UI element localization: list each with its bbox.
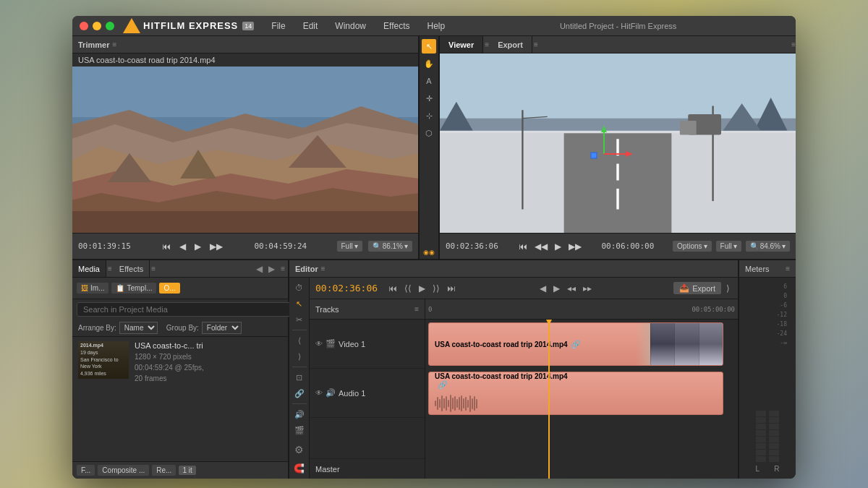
media-tab-menu[interactable]: ≡ <box>108 265 112 273</box>
editor-header: Editor ≡ <box>289 260 738 278</box>
maximize-button[interactable] <box>106 22 114 30</box>
select-tool[interactable]: ↖ <box>422 39 436 53</box>
nudge-left[interactable]: ⟨ <box>292 333 307 348</box>
footer-render-btn[interactable]: Re... <box>152 465 176 476</box>
tl-next-mark[interactable]: ▸▸ <box>581 282 594 295</box>
viewer-quality-btn[interactable]: Full ▾ <box>716 241 741 252</box>
magnet-icon[interactable]: 🧲 <box>292 461 307 476</box>
svg-rect-23 <box>671 133 796 233</box>
trimmer-menu-icon[interactable]: ≡ <box>112 40 116 48</box>
audio-tool[interactable]: 🔊 <box>292 407 307 421</box>
nudge-right[interactable]: ⟩ <box>292 349 307 364</box>
wbar <box>435 401 436 406</box>
tl-export-btn[interactable]: 📤 Export <box>673 282 721 294</box>
trimmer-video-preview <box>72 67 418 233</box>
tl-play-pause[interactable]: ▶ <box>417 282 427 295</box>
meters-menu-icon[interactable]: ≡ <box>786 265 790 273</box>
group-by-select[interactable]: Folder <box>202 322 242 334</box>
timeline-labels: Tracks ≡ 👁 🎬 Video 1 <box>310 299 425 479</box>
arrange-by-select[interactable]: Name <box>119 322 158 334</box>
playhead[interactable] <box>548 320 550 479</box>
viewer-skip-start[interactable]: ⏮ <box>517 240 529 253</box>
menu-file[interactable]: File <box>268 20 288 33</box>
select-tool-tl[interactable]: ↖ <box>292 296 307 311</box>
effects-tab-menu[interactable]: ≡ <box>151 265 156 273</box>
editor-menu-icon[interactable]: ≡ <box>321 265 326 273</box>
audio-clip-label: USA coast-to-coast road trip 2014.mp4 <box>435 372 717 380</box>
gear-icon[interactable]: ⚙ <box>292 442 307 457</box>
viewer-options-btn[interactable]: Options ▾ <box>673 241 711 252</box>
audio-track-eye-icon[interactable]: 👁 <box>315 389 323 397</box>
top-row: Trimmer ≡ USA coast-to-coast road trip 2… <box>72 36 796 260</box>
minimize-button[interactable] <box>93 22 101 30</box>
trimmer-zoom-btn[interactable]: 🔍 86.1% ▾ <box>368 241 412 252</box>
video-track-icon: 🎬 <box>326 339 336 348</box>
close-button[interactable] <box>80 22 88 30</box>
editor-panel: Editor ≡ ⏱ ↖ ✂ ⟨ ⟩ ⊡ 🔗 <box>289 260 738 479</box>
meter-seg <box>756 417 766 423</box>
media-thumbnail[interactable]: USA coast-to-coast road trip 2014.mp4 19… <box>78 341 129 379</box>
tl-frame-fwd[interactable]: ▶ <box>551 282 562 295</box>
video-clip[interactable]: USA coast-to-coast road trip 2014.mp4 🔗 <box>428 322 723 366</box>
media-nav-prev[interactable]: ◀ <box>253 264 265 274</box>
transform-tool[interactable]: ⊹ <box>422 108 436 123</box>
tab-viewer[interactable]: Viewer <box>440 36 483 53</box>
trimmer-quality-btn[interactable]: Full ▾ <box>337 241 362 252</box>
footer-composite-btn[interactable]: Composite ... <box>98 465 149 476</box>
link-tool[interactable]: 🔗 <box>292 386 307 401</box>
meters-panel: Meters ≡ 6 0 -6 -12 -18 -24 -∞ <box>738 260 796 479</box>
tracks-menu-icon[interactable]: ≡ <box>414 305 419 313</box>
tab-export[interactable]: Export <box>489 36 532 53</box>
viewer-sep-btn[interactable]: ◉◉ <box>423 249 435 256</box>
svg-rect-28 <box>680 121 697 134</box>
text-tool[interactable]: A <box>422 74 436 88</box>
hand-tool[interactable]: ✋ <box>422 56 436 71</box>
viewer-zoom-btn[interactable]: 🔍 84.6% ▾ <box>746 241 790 252</box>
viewer-play-pause[interactable]: ▶ <box>553 240 563 253</box>
move-tool[interactable]: ✛ <box>422 91 436 106</box>
snap-tool[interactable]: ⊡ <box>292 370 307 385</box>
tl-prev-mark[interactable]: ◂◂ <box>565 282 578 295</box>
media-nav-next[interactable]: ▶ <box>265 264 278 274</box>
viewer-step-back[interactable]: ◀◀ <box>533 240 549 253</box>
trimmer-play-pause[interactable]: ▶ <box>193 240 203 253</box>
meters-header: Meters ≡ <box>739 260 796 278</box>
trimmer-step-fwd[interactable]: ▶▶ <box>208 240 224 253</box>
video-tool[interactable]: 🎬 <box>292 423 307 437</box>
tab-effects[interactable]: Effects <box>114 260 150 277</box>
meter-seg <box>769 443 779 449</box>
wbar <box>474 396 475 411</box>
tl-step-fwd[interactable]: ⟩⟩ <box>430 282 442 295</box>
export-tab-menu[interactable]: ≡ <box>534 40 538 48</box>
menu-help[interactable]: Help <box>425 20 448 33</box>
tl-skip-start[interactable]: ⏮ <box>386 282 399 295</box>
meter-channel-l <box>756 411 766 462</box>
menu-window[interactable]: Window <box>332 20 369 33</box>
meter-l-label: L <box>756 465 760 473</box>
tl-more-btn[interactable]: ⟩ <box>724 282 732 295</box>
slice-tool[interactable]: ✂ <box>292 312 307 327</box>
viewer-panel-menu[interactable]: ≡ <box>791 40 796 48</box>
media-import-btn[interactable]: 🖼 Im... <box>77 283 109 294</box>
audio-clip[interactable]: USA coast-to-coast road trip 2014.mp4 🔗 <box>428 372 723 415</box>
viewer-step-fwd[interactable]: ▶▶ <box>567 240 583 253</box>
menu-edit[interactable]: Edit <box>300 20 321 33</box>
trimmer-skip-start[interactable]: ⏮ <box>161 240 172 253</box>
media-other-btn[interactable]: O... <box>159 283 179 294</box>
footer-folder-btn[interactable]: F... <box>77 465 95 476</box>
timeline-tracks-container: Tracks ≡ 👁 🎬 Video 1 <box>310 299 738 479</box>
menu-effects[interactable]: Effects <box>380 20 412 33</box>
media-panel-menu[interactable]: ≡ <box>278 265 288 273</box>
tl-frame-back[interactable]: ◀ <box>537 282 548 295</box>
trimmer-step-back[interactable]: ◀ <box>178 240 187 253</box>
tl-skip-end[interactable]: ⏭ <box>445 282 458 295</box>
tl-step-back[interactable]: ⟨⟨ <box>402 282 414 295</box>
meter-seg <box>769 417 779 423</box>
media-search-input[interactable] <box>77 302 292 317</box>
wbar <box>469 395 471 412</box>
mask-tool[interactable]: ⬡ <box>422 126 436 140</box>
thumb-frame-1 <box>650 323 674 365</box>
tab-media[interactable]: Media <box>72 260 106 277</box>
video-track-eye-icon[interactable]: 👁 <box>315 340 323 348</box>
media-template-btn[interactable]: 📋 Templ... <box>111 283 156 294</box>
